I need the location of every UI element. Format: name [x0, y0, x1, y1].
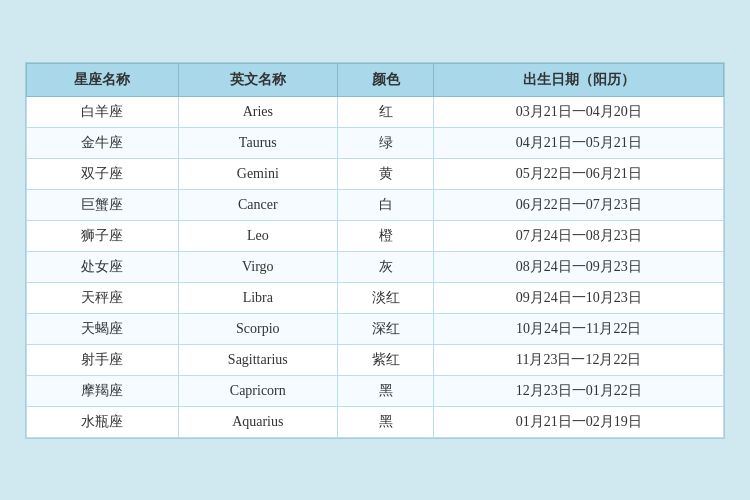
- table-body: 白羊座Aries红03月21日一04月20日金牛座Taurus绿04月21日一0…: [27, 96, 724, 437]
- english-name-cell: Aries: [178, 96, 337, 127]
- color-cell: 白: [337, 189, 434, 220]
- english-name-cell: Leo: [178, 220, 337, 251]
- chinese-name-cell: 水瓶座: [27, 406, 179, 437]
- chinese-name-cell: 金牛座: [27, 127, 179, 158]
- chinese-name-cell: 天秤座: [27, 282, 179, 313]
- table-header-row: 星座名称 英文名称 颜色 出生日期（阳历）: [27, 63, 724, 96]
- english-name-cell: Virgo: [178, 251, 337, 282]
- dates-cell: 08月24日一09月23日: [434, 251, 724, 282]
- table-row: 双子座Gemini黄05月22日一06月21日: [27, 158, 724, 189]
- color-cell: 橙: [337, 220, 434, 251]
- english-name-cell: Gemini: [178, 158, 337, 189]
- color-cell: 紫红: [337, 344, 434, 375]
- dates-cell: 10月24日一11月22日: [434, 313, 724, 344]
- dates-cell: 04月21日一05月21日: [434, 127, 724, 158]
- chinese-name-cell: 双子座: [27, 158, 179, 189]
- dates-cell: 06月22日一07月23日: [434, 189, 724, 220]
- table-row: 水瓶座Aquarius黑01月21日一02月19日: [27, 406, 724, 437]
- color-cell: 绿: [337, 127, 434, 158]
- header-english-name: 英文名称: [178, 63, 337, 96]
- table-row: 金牛座Taurus绿04月21日一05月21日: [27, 127, 724, 158]
- color-cell: 深红: [337, 313, 434, 344]
- dates-cell: 05月22日一06月21日: [434, 158, 724, 189]
- header-chinese-name: 星座名称: [27, 63, 179, 96]
- english-name-cell: Capricorn: [178, 375, 337, 406]
- chinese-name-cell: 处女座: [27, 251, 179, 282]
- chinese-name-cell: 狮子座: [27, 220, 179, 251]
- table-row: 天秤座Libra淡红09月24日一10月23日: [27, 282, 724, 313]
- table-row: 巨蟹座Cancer白06月22日一07月23日: [27, 189, 724, 220]
- chinese-name-cell: 摩羯座: [27, 375, 179, 406]
- english-name-cell: Taurus: [178, 127, 337, 158]
- table-row: 处女座Virgo灰08月24日一09月23日: [27, 251, 724, 282]
- dates-cell: 11月23日一12月22日: [434, 344, 724, 375]
- dates-cell: 09月24日一10月23日: [434, 282, 724, 313]
- english-name-cell: Libra: [178, 282, 337, 313]
- color-cell: 黑: [337, 406, 434, 437]
- color-cell: 红: [337, 96, 434, 127]
- dates-cell: 07月24日一08月23日: [434, 220, 724, 251]
- english-name-cell: Cancer: [178, 189, 337, 220]
- english-name-cell: Sagittarius: [178, 344, 337, 375]
- zodiac-table: 星座名称 英文名称 颜色 出生日期（阳历） 白羊座Aries红03月21日一04…: [26, 63, 724, 438]
- english-name-cell: Scorpio: [178, 313, 337, 344]
- chinese-name-cell: 巨蟹座: [27, 189, 179, 220]
- chinese-name-cell: 白羊座: [27, 96, 179, 127]
- table-row: 摩羯座Capricorn黑12月23日一01月22日: [27, 375, 724, 406]
- color-cell: 黑: [337, 375, 434, 406]
- zodiac-table-container: 星座名称 英文名称 颜色 出生日期（阳历） 白羊座Aries红03月21日一04…: [25, 62, 725, 439]
- chinese-name-cell: 射手座: [27, 344, 179, 375]
- english-name-cell: Aquarius: [178, 406, 337, 437]
- dates-cell: 01月21日一02月19日: [434, 406, 724, 437]
- color-cell: 黄: [337, 158, 434, 189]
- table-row: 天蝎座Scorpio深红10月24日一11月22日: [27, 313, 724, 344]
- header-color: 颜色: [337, 63, 434, 96]
- header-dates: 出生日期（阳历）: [434, 63, 724, 96]
- color-cell: 灰: [337, 251, 434, 282]
- table-row: 射手座Sagittarius紫红11月23日一12月22日: [27, 344, 724, 375]
- table-row: 白羊座Aries红03月21日一04月20日: [27, 96, 724, 127]
- table-row: 狮子座Leo橙07月24日一08月23日: [27, 220, 724, 251]
- dates-cell: 03月21日一04月20日: [434, 96, 724, 127]
- color-cell: 淡红: [337, 282, 434, 313]
- chinese-name-cell: 天蝎座: [27, 313, 179, 344]
- dates-cell: 12月23日一01月22日: [434, 375, 724, 406]
